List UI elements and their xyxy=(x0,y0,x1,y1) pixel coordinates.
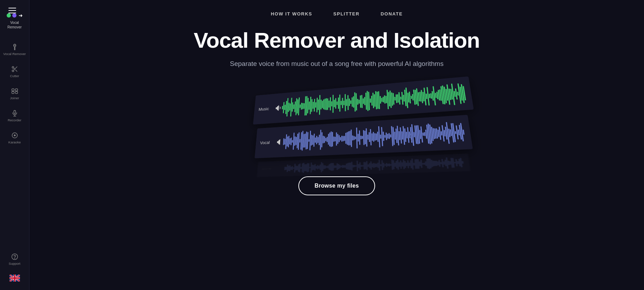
waveform-bar xyxy=(316,97,318,112)
waveform-bar xyxy=(345,165,346,168)
waveform-bar xyxy=(390,134,391,137)
waveform-bar xyxy=(312,102,313,109)
waveform-bar xyxy=(338,97,339,109)
sidebar-item-pitcher[interactable]: Vocal Remover xyxy=(0,39,29,60)
waveform-bar xyxy=(385,133,387,140)
waveform-bar xyxy=(323,165,324,169)
waveform-bar xyxy=(395,161,397,168)
waveform-bar xyxy=(365,162,366,169)
hero-title: Vocal Remover and Isolation xyxy=(194,28,480,52)
waveform-bar xyxy=(299,104,300,108)
waveform-bar xyxy=(327,166,328,169)
waveform-bar xyxy=(340,166,341,168)
waveform-bar xyxy=(401,162,403,167)
waveform-bar xyxy=(354,92,355,112)
waveform-bar xyxy=(362,99,364,104)
waveform-bar xyxy=(314,99,315,112)
waveform-bar xyxy=(367,135,368,140)
waveform-bar xyxy=(292,102,293,112)
waveform-bar xyxy=(400,97,401,100)
waveform-bar xyxy=(360,95,361,108)
sidebar-item-cutter[interactable]: Cutter xyxy=(0,61,29,82)
waveform-bar xyxy=(308,163,309,172)
waveform-bar xyxy=(301,163,303,173)
waveform-bar xyxy=(334,137,335,141)
uk-flag-icon xyxy=(9,275,20,282)
waveform-bar xyxy=(345,133,346,144)
music-speaker-icon xyxy=(274,104,282,111)
waveform-bar xyxy=(376,164,377,167)
waveform-bar xyxy=(349,99,350,106)
sidebar-item-support[interactable]: Support xyxy=(0,249,29,270)
waveform-bar xyxy=(326,137,327,142)
sidebar-item-recorder[interactable]: Recorder xyxy=(0,106,29,126)
waveform-bar xyxy=(294,164,296,173)
waveform-bar xyxy=(286,165,288,173)
waveform-bar xyxy=(318,100,319,110)
waveform-bar xyxy=(443,162,445,165)
waveform-bar xyxy=(346,164,347,169)
browse-files-button[interactable]: Browse my files xyxy=(298,176,375,195)
waveform-bar xyxy=(455,131,456,134)
waveform-bar xyxy=(358,100,359,103)
waveform-bar xyxy=(359,130,360,145)
app-logo[interactable]: ➜ Vocal Remover xyxy=(7,13,23,29)
logo-text: Vocal Remover xyxy=(7,20,22,29)
music-waveform-bars xyxy=(281,81,467,119)
waveform-bar xyxy=(339,165,340,168)
waveform-bar xyxy=(345,94,346,111)
waveform-bar xyxy=(322,163,323,171)
music-track-label: Music xyxy=(258,106,269,112)
waveform-bar xyxy=(325,138,326,141)
waveform-visualization: Music Vocal xyxy=(218,82,456,162)
sidebar-item-joiner[interactable]: Joiner xyxy=(0,83,29,104)
waveform-bar xyxy=(321,132,323,147)
waveform-bar xyxy=(420,160,422,168)
hamburger-line-2 xyxy=(8,10,16,11)
waveform-bar xyxy=(330,163,331,170)
waveform-bar xyxy=(323,99,324,109)
waveform-bar xyxy=(367,164,368,167)
svg-rect-6 xyxy=(12,89,14,91)
sidebar-item-karaoke[interactable]: Karaoke xyxy=(0,128,29,148)
vocal-speaker-icon xyxy=(276,139,283,145)
waveform-bar xyxy=(353,165,354,167)
svg-rect-19 xyxy=(276,107,277,109)
waveform-bar xyxy=(370,99,371,103)
waveform-bar xyxy=(347,163,348,170)
waveform-bar xyxy=(387,134,388,139)
waveform-bar xyxy=(438,160,440,167)
nav-how-it-works[interactable]: HOW IT WORKS xyxy=(271,11,312,16)
waveform-bar xyxy=(358,134,359,142)
hamburger-menu[interactable] xyxy=(8,8,16,13)
waveform-bar xyxy=(284,167,285,170)
tuning-fork-icon xyxy=(11,43,18,50)
sidebar-item-cutter-label: Cutter xyxy=(10,74,19,78)
waveform-bar xyxy=(356,127,357,148)
nav-donate[interactable]: DONATE xyxy=(381,11,403,16)
waveform-bar xyxy=(350,163,351,170)
language-selector[interactable] xyxy=(9,271,20,286)
waveform-bar xyxy=(394,97,395,101)
waveform-bar xyxy=(315,137,316,143)
waveform-bar xyxy=(457,161,459,164)
waveform-bar xyxy=(343,101,344,105)
waveform-bar xyxy=(407,160,409,168)
waveform-bar xyxy=(454,162,455,163)
waveform-bar xyxy=(364,97,365,106)
waveform-bar xyxy=(331,131,332,147)
waveform-bar xyxy=(309,130,311,150)
logo-dot-purple xyxy=(12,13,16,18)
waveform-bar xyxy=(361,165,362,167)
waveform-bar xyxy=(289,166,291,171)
waveform-bar xyxy=(437,161,439,165)
nav-splitter[interactable]: SPLITTER xyxy=(333,11,360,16)
waveform-bar xyxy=(419,162,420,166)
main-content: HOW IT WORKS SPLITTER DONATE Vocal Remov… xyxy=(29,0,644,290)
waveform-bar xyxy=(325,166,326,169)
waveform-bar xyxy=(375,133,377,140)
waveform-bar xyxy=(295,166,296,171)
waveform-bar xyxy=(299,139,300,142)
waveform-bar xyxy=(290,167,291,170)
waveform-bar xyxy=(364,130,366,144)
